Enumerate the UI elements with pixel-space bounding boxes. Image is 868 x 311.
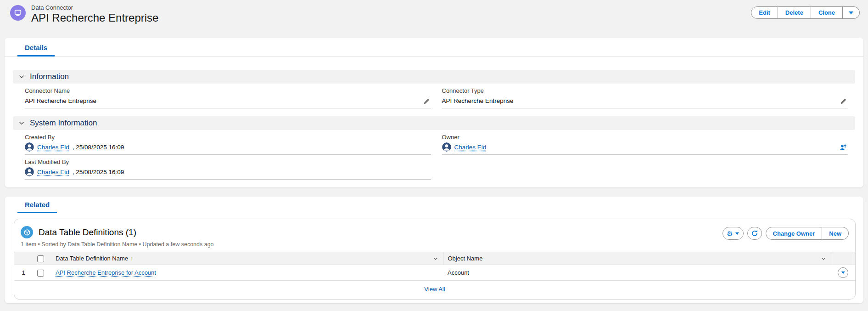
- chevron-down-icon: [841, 271, 845, 274]
- page: Data Connector API Recherche Entreprise …: [0, 0, 868, 311]
- section-system-information-title: System Information: [30, 119, 97, 128]
- chevron-down-icon: [18, 74, 25, 80]
- view-all-link[interactable]: View All: [424, 286, 445, 293]
- edit-connector-type-button[interactable]: [840, 98, 847, 104]
- related-list-button-group: Change Owner New: [766, 227, 849, 240]
- related-list-header: Data Table Definitions (1) 1 item • Sort…: [14, 219, 855, 248]
- refresh-icon: [751, 230, 758, 237]
- connector-type-label: Connector Type: [442, 87, 834, 94]
- delete-button[interactable]: Delete: [778, 6, 811, 19]
- related-list-meta: 1 item • Sorted by Data Table Definition…: [21, 241, 214, 248]
- record-header: Data Connector API Recherche Entreprise …: [10, 3, 860, 24]
- related-list-footer: View All: [14, 281, 855, 298]
- details-body: Information Connector Name API Recherche…: [5, 57, 863, 180]
- data-connector-icon: [10, 5, 26, 21]
- owner-label: Owner: [442, 134, 834, 141]
- field-connector-type: Connector Type API Recherche Entreprise: [442, 84, 848, 108]
- row-object-cell: Account: [443, 265, 831, 281]
- clone-button[interactable]: Clone: [811, 6, 843, 19]
- avatar: [442, 142, 451, 152]
- data-table-definitions-table: Data Table Definition Name ↑ Object Name: [14, 252, 855, 281]
- related-list-title[interactable]: Data Table Definitions (1): [39, 227, 136, 237]
- column-header-object[interactable]: Object Name: [443, 252, 831, 265]
- information-fields: Connector Name API Recherche Entreprise …: [13, 84, 855, 108]
- tab-details[interactable]: Details: [17, 44, 55, 56]
- created-by-datetime: , 25/08/2025 16:09: [73, 144, 124, 151]
- section-information-title: Information: [30, 72, 69, 81]
- last-modified-by-label: Last Modified By: [25, 158, 417, 165]
- change-owner-button[interactable]: Change Owner: [766, 227, 823, 240]
- more-actions-button[interactable]: [843, 6, 860, 19]
- tab-details-label: Details: [25, 44, 47, 51]
- new-button[interactable]: New: [822, 227, 849, 240]
- details-card: Details Information Connector Name API R…: [5, 38, 863, 187]
- column-header-name[interactable]: Data Table Definition Name ↑: [51, 252, 443, 265]
- record-identity: Data Connector API Recherche Entreprise: [10, 3, 158, 24]
- avatar: [25, 142, 34, 152]
- tab-related[interactable]: Related: [17, 201, 57, 213]
- row-number: 1: [14, 265, 33, 281]
- change-owner-icon[interactable]: [840, 143, 847, 151]
- connector-name-label: Connector Name: [25, 87, 417, 94]
- row-name-cell: API Recherche Entreprise for Account: [51, 265, 443, 281]
- row-actions-menu-button[interactable]: [838, 267, 848, 278]
- header-checkbox-cell: [33, 252, 51, 265]
- record-action-buttons: Edit Delete Clone: [751, 6, 860, 19]
- details-tabbar: Details: [5, 38, 863, 57]
- related-card: Related Data Table Definitions (1): [5, 197, 863, 303]
- row-action-cell: [831, 265, 855, 281]
- created-by-user-link[interactable]: Charles Eid: [37, 144, 69, 151]
- table-row: 1 API Recherche Entreprise for Account A…: [14, 265, 855, 281]
- select-all-checkbox[interactable]: [37, 255, 44, 262]
- list-settings-button[interactable]: ⚙: [722, 227, 744, 240]
- column-name-label: Data Table Definition Name: [56, 255, 128, 262]
- connector-type-value: API Recherche Entreprise: [442, 97, 514, 104]
- column-menu-chevron-icon[interactable]: [821, 256, 826, 261]
- related-list-actions: ⚙ Change Owner New: [722, 227, 849, 240]
- column-menu-chevron-icon[interactable]: [433, 256, 438, 261]
- cube-icon: [21, 226, 33, 238]
- system-information-fields: Created By Charles Eid , 25/08/2025 16:0…: [13, 130, 855, 180]
- empty-grid-cell: [442, 155, 848, 180]
- field-owner: Owner Charles Eid: [442, 130, 848, 155]
- section-system-information-header[interactable]: System Information: [13, 116, 855, 130]
- column-object-label: Object Name: [448, 255, 483, 262]
- last-modified-by-datetime: , 25/08/2025 16:09: [73, 169, 124, 175]
- data-table-definitions-list: Data Table Definitions (1) 1 item • Sort…: [14, 219, 856, 300]
- record-type-label: Data Connector: [31, 4, 158, 11]
- connector-name-value: API Recherche Entreprise: [25, 97, 96, 104]
- last-modified-by-user-link[interactable]: Charles Eid: [37, 169, 69, 175]
- table-header-row: Data Table Definition Name ↑ Object Name: [14, 252, 855, 265]
- section-information-header[interactable]: Information: [13, 70, 855, 84]
- header-action-cell: [831, 252, 855, 265]
- created-by-label: Created By: [25, 134, 417, 141]
- record-titles: Data Connector API Recherche Entreprise: [31, 3, 158, 24]
- header-row-number-cell: [14, 252, 33, 265]
- edit-connector-name-button[interactable]: [424, 98, 430, 104]
- chevron-down-icon: [849, 11, 853, 14]
- field-last-modified-by: Last Modified By Charles Eid , 25/08/202…: [25, 155, 431, 180]
- edit-button[interactable]: Edit: [751, 6, 778, 19]
- field-connector-name: Connector Name API Recherche Entreprise: [25, 84, 431, 108]
- row-checkbox-cell: [33, 265, 51, 281]
- owner-user-link[interactable]: Charles Eid: [454, 144, 487, 151]
- gear-icon: ⚙: [727, 230, 733, 237]
- chevron-down-icon: [735, 232, 739, 235]
- definition-name-link[interactable]: API Recherche Entreprise for Account: [56, 269, 156, 276]
- row-checkbox[interactable]: [37, 270, 44, 277]
- chevron-down-icon: [18, 120, 25, 126]
- refresh-button[interactable]: [747, 227, 762, 240]
- related-tabbar: Related: [5, 197, 863, 213]
- avatar: [25, 167, 34, 176]
- page-title: API Recherche Entreprise: [31, 11, 158, 24]
- tab-related-label: Related: [25, 201, 50, 209]
- sort-ascending-icon: ↑: [130, 255, 134, 262]
- related-list-title-block: Data Table Definitions (1) 1 item • Sort…: [21, 226, 214, 248]
- field-created-by: Created By Charles Eid , 25/08/2025 16:0…: [25, 130, 431, 155]
